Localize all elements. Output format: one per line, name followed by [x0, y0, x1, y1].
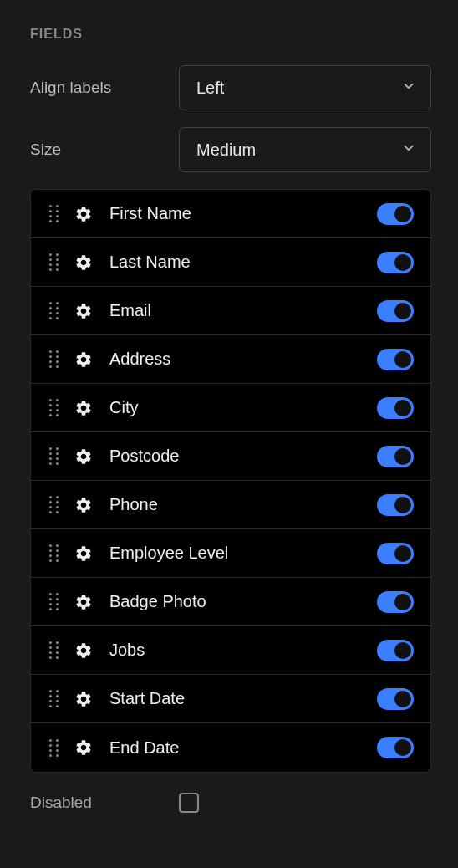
toggle-knob	[394, 497, 411, 513]
field-toggle[interactable]	[377, 591, 414, 613]
drag-handle-icon[interactable]	[49, 690, 61, 708]
gear-icon[interactable]	[74, 253, 93, 272]
gear-icon[interactable]	[74, 350, 93, 369]
field-row: Badge Photo	[31, 578, 430, 626]
drag-handle-icon[interactable]	[49, 399, 61, 417]
fields-panel: FIELDS Align labels Left Size Medium Fir…	[0, 0, 458, 840]
drag-handle-icon[interactable]	[49, 350, 61, 369]
drag-handle-icon[interactable]	[49, 302, 61, 320]
toggle-knob	[394, 691, 411, 707]
field-row: City	[31, 384, 430, 432]
gear-icon[interactable]	[74, 544, 93, 563]
toggle-knob	[394, 545, 411, 562]
field-label: Employee Level	[109, 544, 377, 563]
field-row: Jobs	[31, 626, 430, 675]
field-row: Address	[31, 335, 430, 384]
toggle-knob	[394, 739, 411, 756]
toggle-knob	[394, 206, 411, 222]
field-label: Phone	[109, 495, 377, 514]
field-label: First Name	[109, 204, 377, 223]
field-toggle[interactable]	[377, 494, 414, 516]
field-label: Postcode	[109, 447, 377, 466]
field-toggle[interactable]	[377, 203, 414, 225]
gear-icon[interactable]	[74, 447, 93, 466]
align-labels-row: Align labels Left	[30, 65, 431, 110]
fields-list: First NameLast NameEmailAddressCityPostc…	[30, 189, 431, 773]
gear-icon[interactable]	[74, 738, 93, 757]
field-row: Last Name	[31, 238, 430, 287]
align-labels-label: Align labels	[30, 79, 179, 97]
field-label: Badge Photo	[109, 592, 377, 611]
gear-icon[interactable]	[74, 399, 93, 417]
drag-handle-icon[interactable]	[49, 205, 61, 223]
size-value: Medium	[196, 140, 256, 160]
field-toggle[interactable]	[377, 543, 414, 564]
field-row: End Date	[31, 723, 430, 772]
drag-handle-icon[interactable]	[49, 738, 61, 757]
field-row: First Name	[31, 190, 430, 238]
field-toggle[interactable]	[377, 737, 414, 758]
field-row: Start Date	[31, 675, 430, 723]
align-labels-value: Left	[196, 79, 224, 98]
disabled-row: Disabled	[30, 793, 431, 813]
field-label: City	[109, 398, 377, 417]
toggle-knob	[394, 254, 411, 271]
section-title: FIELDS	[30, 27, 431, 42]
field-row: Phone	[31, 481, 430, 529]
field-label: Start Date	[109, 689, 377, 708]
size-label: Size	[30, 140, 179, 159]
field-toggle[interactable]	[377, 349, 414, 370]
toggle-knob	[394, 303, 411, 319]
field-label: Last Name	[109, 253, 377, 272]
drag-handle-icon[interactable]	[49, 641, 61, 660]
align-labels-select[interactable]: Left	[179, 65, 431, 110]
toggle-knob	[394, 594, 411, 610]
gear-icon[interactable]	[74, 690, 93, 708]
field-row: Employee Level	[31, 529, 430, 578]
field-label: Address	[109, 350, 377, 369]
align-labels-select-wrapper: Left	[179, 65, 431, 110]
field-row: Postcode	[31, 432, 430, 481]
field-toggle[interactable]	[377, 252, 414, 273]
size-select-wrapper: Medium	[179, 127, 431, 172]
field-toggle[interactable]	[377, 688, 414, 710]
toggle-knob	[394, 448, 411, 465]
gear-icon[interactable]	[74, 496, 93, 514]
disabled-checkbox[interactable]	[179, 793, 199, 813]
drag-handle-icon[interactable]	[49, 544, 61, 563]
disabled-label: Disabled	[30, 794, 179, 812]
toggle-knob	[394, 400, 411, 416]
size-row: Size Medium	[30, 127, 431, 172]
drag-handle-icon[interactable]	[49, 253, 61, 272]
field-label: Jobs	[109, 641, 377, 660]
drag-handle-icon[interactable]	[49, 496, 61, 514]
field-toggle[interactable]	[377, 397, 414, 419]
drag-handle-icon[interactable]	[49, 447, 61, 466]
gear-icon[interactable]	[74, 302, 93, 320]
gear-icon[interactable]	[74, 641, 93, 660]
field-toggle[interactable]	[377, 446, 414, 467]
field-toggle[interactable]	[377, 300, 414, 322]
gear-icon[interactable]	[74, 593, 93, 611]
size-select[interactable]: Medium	[179, 127, 431, 172]
field-label: End Date	[109, 738, 377, 758]
field-label: Email	[109, 301, 377, 320]
gear-icon[interactable]	[74, 205, 93, 223]
drag-handle-icon[interactable]	[49, 593, 61, 611]
toggle-knob	[394, 642, 411, 659]
toggle-knob	[394, 351, 411, 368]
field-row: Email	[31, 287, 430, 335]
field-toggle[interactable]	[377, 640, 414, 661]
